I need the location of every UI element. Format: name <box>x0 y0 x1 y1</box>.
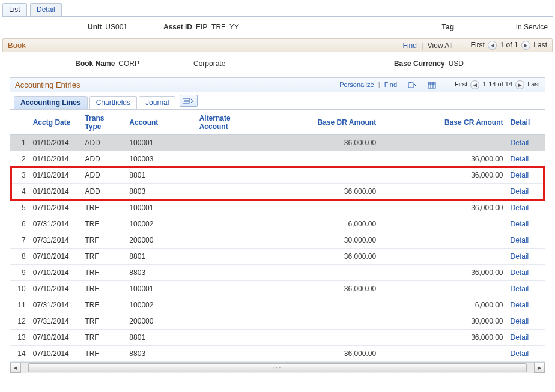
col-acctg-date[interactable]: Acctg Date <box>29 110 82 135</box>
detail-link[interactable]: Detail <box>511 171 529 179</box>
table-row[interactable]: 807/10/2014TRF880136,000.00Detail <box>10 249 545 265</box>
detail-link[interactable]: Detail <box>511 155 529 163</box>
tab-list[interactable]: List <box>2 3 27 16</box>
grid-prev-button[interactable]: ◄ <box>470 80 479 89</box>
detail-link[interactable]: Detail <box>511 333 529 342</box>
grid-find-link[interactable]: Find <box>384 81 397 88</box>
detail-link[interactable]: Detail <box>511 301 529 309</box>
cell-acctg-date: 07/31/2014 <box>29 313 82 330</box>
table-row[interactable]: 707/31/2014TRF20000030,000.00Detail <box>10 232 545 249</box>
detail-link[interactable]: Detail <box>511 139 529 147</box>
detail-link[interactable]: Detail <box>511 236 529 244</box>
cell-account: 8801 <box>126 249 195 265</box>
asset-id-label: Asset ID <box>163 23 192 31</box>
table-row[interactable]: 907/10/2014TRF880336,000.00Detail <box>10 265 545 281</box>
table-row[interactable]: 1007/10/2014TRF10000136,000.00Detail <box>10 281 545 297</box>
cell-account: 200000 <box>126 313 195 330</box>
book-next-button[interactable]: ► <box>521 41 530 50</box>
table-row[interactable]: 1107/31/2014TRF1000026,000.00Detail <box>10 297 545 313</box>
cell-trans-type: TRF <box>81 297 126 313</box>
cell-base-dr: 36,000.00 <box>253 249 380 265</box>
accounting-entries-grid: Accounting Entries Personalize | Find | … <box>10 77 545 373</box>
tab-detail[interactable]: Detail <box>30 3 62 16</box>
cell-base-dr <box>253 151 380 167</box>
cell-alternate-account <box>196 249 253 265</box>
scroll-thumb[interactable]: ··· <box>28 363 527 372</box>
book-prev-button[interactable]: ◄ <box>488 41 497 50</box>
cell-base-cr <box>380 249 506 265</box>
book-view-all: View All <box>428 41 453 50</box>
detail-link[interactable]: Detail <box>511 252 529 261</box>
table-row[interactable]: 1307/10/2014TRF880136,000.00Detail <box>10 330 545 346</box>
detail-link[interactable]: Detail <box>511 187 529 196</box>
header-row: Unit US001 Asset ID EIP_TRF_YY Tag In Se… <box>2 17 553 38</box>
base-currency-label: Base Currency <box>394 59 445 68</box>
cell-row-number: 5 <box>10 200 29 216</box>
cell-trans-type: ADD <box>81 184 126 200</box>
cell-base-dr <box>253 330 380 346</box>
col-row-number[interactable] <box>10 110 29 135</box>
grid-counter: 1-14 of 14 <box>483 81 513 88</box>
grid-personalize-link[interactable]: Personalize <box>339 81 374 88</box>
tab-chartfields[interactable]: Chartfields <box>89 96 137 109</box>
cell-base-dr <box>253 200 380 216</box>
grid-h-scrollbar[interactable]: ◄ ··· ► <box>10 362 545 373</box>
cell-acctg-date: 07/31/2014 <box>29 232 82 249</box>
cell-account: 8801 <box>126 330 195 346</box>
cell-base-cr <box>380 135 506 151</box>
cell-row-number: 13 <box>10 330 29 346</box>
cell-base-cr <box>380 184 506 200</box>
download-icon[interactable] <box>427 81 437 89</box>
detail-link[interactable]: Detail <box>511 349 529 358</box>
table-row[interactable]: 1207/31/2014TRF20000030,000.00Detail <box>10 313 545 330</box>
table-row[interactable]: 401/10/2014ADD880336,000.00Detail <box>10 184 545 200</box>
table-row[interactable]: 301/10/2014ADD880136,000.00Detail <box>10 167 545 184</box>
cell-base-cr: 36,000.00 <box>380 265 506 281</box>
grid-next-button[interactable]: ► <box>515 80 524 89</box>
cell-row-number: 1 <box>10 135 29 151</box>
zoom-icon[interactable] <box>407 81 417 89</box>
table-row[interactable]: 201/10/2014ADD10000336,000.00Detail <box>10 151 545 167</box>
scroll-right-button[interactable]: ► <box>534 363 545 373</box>
detail-link[interactable]: Detail <box>511 317 529 325</box>
base-currency-value: USD <box>449 59 464 68</box>
cell-trans-type: TRF <box>81 346 126 362</box>
cell-account: 100001 <box>126 200 195 216</box>
svg-rect-5 <box>183 98 190 103</box>
show-all-columns-button[interactable] <box>180 95 198 107</box>
col-account[interactable]: Account <box>126 110 195 135</box>
cell-base-dr: 6,000.00 <box>253 216 380 232</box>
col-base-cr-amount[interactable]: Base CR Amount <box>380 110 506 135</box>
cell-base-dr <box>253 297 380 313</box>
status-value: In Service <box>516 23 548 31</box>
tab-accounting-lines[interactable]: Accounting Lines <box>14 96 88 109</box>
cell-trans-type: ADD <box>81 151 126 167</box>
detail-link[interactable]: Detail <box>511 268 529 277</box>
cell-acctg-date: 01/10/2014 <box>29 167 82 184</box>
cell-trans-type: TRF <box>81 249 126 265</box>
cell-alternate-account <box>196 330 253 346</box>
tab-journal[interactable]: Journal <box>139 96 175 109</box>
col-alternate-account[interactable]: Alternate Account <box>196 110 253 135</box>
cell-row-number: 4 <box>10 184 29 200</box>
table-row[interactable]: 607/31/2014TRF1000026,000.00Detail <box>10 216 545 232</box>
col-trans-type[interactable]: Trans Type <box>81 110 126 135</box>
cell-acctg-date: 07/10/2014 <box>29 330 82 346</box>
table-row[interactable]: 101/10/2014ADD10000136,000.00Detail <box>10 135 545 151</box>
detail-link[interactable]: Detail <box>511 285 529 293</box>
col-detail[interactable]: Detail <box>507 110 545 135</box>
detail-link[interactable]: Detail <box>511 220 529 228</box>
cell-trans-type: TRF <box>81 216 126 232</box>
detail-link[interactable]: Detail <box>511 204 529 212</box>
cell-alternate-account <box>196 281 253 297</box>
svg-rect-1 <box>428 82 435 88</box>
scroll-left-button[interactable]: ◄ <box>10 363 21 373</box>
cell-base-dr: 30,000.00 <box>253 232 380 249</box>
col-base-dr-amount[interactable]: Base DR Amount <box>253 110 380 135</box>
cell-alternate-account <box>196 151 253 167</box>
table-row[interactable]: 1407/10/2014TRF880336,000.00Detail <box>10 346 545 362</box>
cell-trans-type: ADD <box>81 135 126 151</box>
book-find-link[interactable]: Find <box>403 41 417 50</box>
cell-alternate-account <box>196 265 253 281</box>
table-row[interactable]: 507/10/2014TRF10000136,000.00Detail <box>10 200 545 216</box>
